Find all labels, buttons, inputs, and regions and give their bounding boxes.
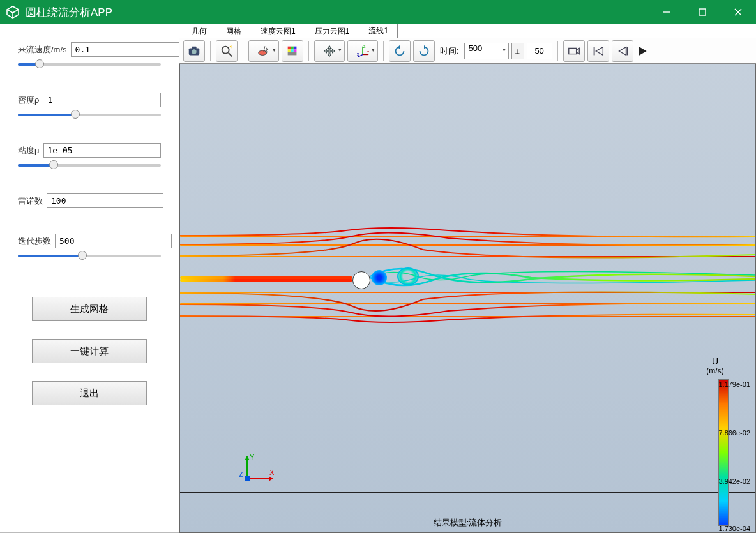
separator [243, 41, 243, 61]
play-button[interactable] [636, 40, 649, 62]
window-titlebar: 圆柱绕流分析APP [0, 0, 756, 24]
first-frame-button[interactable] [587, 40, 609, 62]
iterations-slider[interactable] [18, 252, 161, 259]
svg-rect-13 [288, 49, 291, 52]
svg-text:X: X [269, 469, 275, 476]
svg-text:Y: Y [367, 50, 369, 54]
sidebar: 来流速度/m/s 密度ρ 粘度μ [0, 24, 179, 533]
window-title: 圆柱绕流分析APP [26, 5, 649, 20]
param-label: 粘度μ [18, 145, 40, 156]
zoom-fit-button[interactable] [216, 40, 238, 62]
param-velocity: 来流速度/m/s [18, 42, 161, 67]
axis-view-button[interactable]: ZYX [347, 40, 378, 62]
tab-geometry[interactable]: 几何 [182, 24, 216, 38]
color-legend: U (m/s) 1.179e-01 7.866e-02 3.942e-02 1.… [680, 356, 750, 526]
tab-mesh[interactable]: 网格 [216, 24, 251, 38]
camera-record-button[interactable] [563, 40, 585, 62]
tab-streamlines[interactable]: 流线1 [359, 24, 398, 38]
iterations-input[interactable] [55, 234, 172, 248]
svg-text:Z: Z [363, 44, 366, 48]
vortex [397, 267, 419, 285]
domain-top-wall [180, 98, 755, 98]
compute-button[interactable]: 一键计算 [32, 339, 147, 363]
cylinder-body [352, 271, 370, 289]
svg-text:Y: Y [250, 453, 255, 461]
density-input[interactable] [43, 93, 161, 107]
legend-min: 1.730e-04 [718, 525, 750, 532]
viscosity-slider[interactable] [18, 161, 161, 168]
svg-rect-6 [192, 46, 196, 49]
app-logo-icon [5, 4, 20, 20]
svg-rect-23 [568, 48, 576, 54]
param-label: 密度ρ [18, 94, 39, 106]
svg-text:Z: Z [239, 470, 243, 478]
separator [308, 41, 309, 61]
color-cube-button[interactable] [282, 40, 303, 62]
generate-mesh-button[interactable]: 生成网格 [32, 297, 147, 321]
viewport-3d[interactable]: X Y Z U (m/s) 1.179e-01 7.866e-02 3.942e… [179, 64, 756, 533]
svg-rect-11 [291, 46, 294, 49]
minimize-button[interactable] [649, 0, 684, 24]
tab-velocity-contour[interactable]: 速度云图1 [251, 24, 305, 38]
legend-title: U [680, 356, 750, 366]
pan-mode-button[interactable] [314, 40, 345, 62]
tab-pressure-contour[interactable]: 压力云图1 [305, 24, 359, 38]
param-density: 密度ρ [18, 93, 161, 117]
step-input[interactable] [527, 43, 552, 59]
vortex [372, 270, 387, 285]
exit-button[interactable]: 退出 [32, 381, 147, 405]
prev-frame-button[interactable] [612, 40, 633, 62]
separator [383, 41, 384, 61]
legend-mid2: 3.942e-02 [718, 477, 750, 485]
screenshot-button[interactable] [183, 40, 205, 62]
svg-point-5 [192, 49, 196, 54]
param-viscosity: 粘度μ [18, 143, 161, 168]
tabs-bar: 几何 网格 速度云图1 压力云图1 流线1 [179, 24, 756, 38]
param-label: 迭代步数 [18, 236, 51, 247]
domain-bottom-wall [180, 492, 755, 493]
param-iterations: 迭代步数 [18, 234, 161, 259]
legend-mid1: 7.866e-02 [718, 429, 750, 437]
svg-rect-1 [699, 9, 706, 15]
velocity-slider[interactable] [18, 61, 161, 67]
time-value: 500 [469, 43, 483, 53]
main-area: 几何 网格 速度云图1 压力云图1 流线1 ZYX 时间: 500 ⟂ [179, 24, 756, 533]
legend-max: 1.179e-01 [718, 380, 750, 388]
svg-rect-12 [294, 46, 297, 49]
svg-rect-15 [294, 49, 297, 52]
rotate-left-button[interactable] [389, 40, 411, 62]
svg-rect-24 [593, 47, 594, 55]
viewer-toolbar: ZYX 时间: 500 ⟂ [179, 38, 756, 64]
time-select[interactable]: 500 [464, 43, 509, 59]
separator [210, 41, 211, 61]
svg-line-8 [229, 52, 232, 56]
svg-rect-25 [626, 47, 628, 55]
density-slider[interactable] [18, 111, 161, 117]
time-label: 时间: [440, 45, 459, 57]
legend-colorbar [718, 379, 729, 526]
param-reynolds: 雷诺数 [18, 193, 161, 208]
axis-gizmo-icon: X Y Z [238, 453, 276, 488]
close-button[interactable] [720, 0, 756, 24]
flow-curves [180, 224, 756, 339]
legend-unit: (m/s) [680, 366, 750, 375]
result-model-label: 结果模型:流体分析 [434, 517, 503, 529]
rotate-right-button[interactable] [413, 40, 435, 62]
svg-point-7 [222, 46, 229, 53]
reynolds-input[interactable] [47, 193, 163, 208]
maximize-button[interactable] [684, 0, 720, 24]
svg-rect-16 [288, 52, 297, 55]
separator [557, 41, 558, 61]
svg-rect-14 [291, 49, 294, 52]
selection-mode-button[interactable] [248, 40, 279, 62]
viscosity-input[interactable] [43, 143, 162, 158]
param-label: 来流速度/m/s [18, 44, 67, 56]
velocity-input[interactable] [71, 42, 188, 57]
svg-rect-30 [245, 476, 250, 481]
svg-rect-10 [288, 46, 291, 49]
step-down-button[interactable]: ⟂ [511, 43, 524, 59]
param-label: 雷诺数 [18, 195, 43, 207]
svg-text:X: X [357, 52, 359, 56]
